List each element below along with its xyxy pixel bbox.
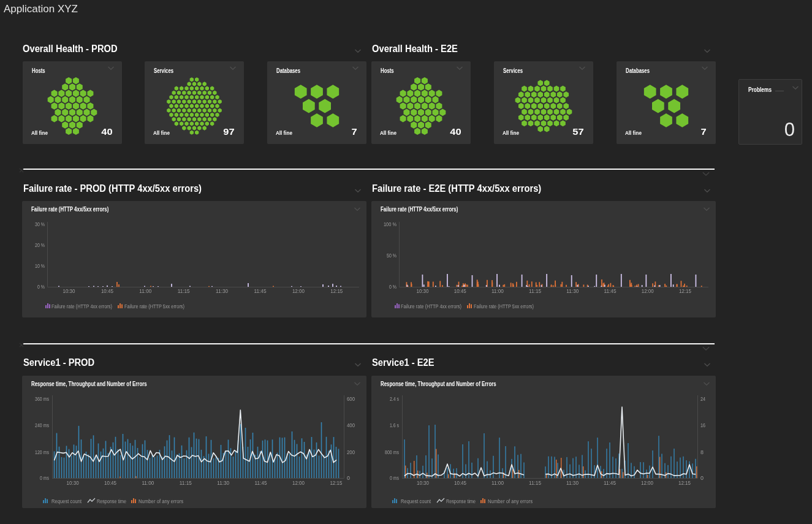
svg-text:360 ms: 360 ms	[35, 396, 49, 402]
svg-text:20 %: 20 %	[35, 242, 45, 248]
svg-text:11:00: 11:00	[139, 288, 151, 294]
svg-text:10:30: 10:30	[417, 288, 429, 294]
svg-text:0: 0	[347, 475, 350, 481]
svg-text:11:30: 11:30	[566, 480, 579, 486]
svg-text:16: 16	[700, 422, 705, 428]
svg-text:11:15: 11:15	[180, 480, 192, 486]
svg-text:Failure rate (HTTP 5xx errors): Failure rate (HTTP 5xx errors)	[474, 303, 534, 309]
svg-text:11:15: 11:15	[178, 288, 190, 294]
svg-text:600: 600	[347, 396, 355, 402]
svg-text:240 ms: 240 ms	[35, 422, 49, 428]
svg-text:11:45: 11:45	[254, 288, 267, 294]
svg-text:24: 24	[700, 396, 705, 402]
svg-text:120 ms: 120 ms	[35, 449, 49, 455]
svg-text:800 ms: 800 ms	[385, 449, 399, 455]
svg-text:12:15: 12:15	[679, 288, 691, 294]
svg-text:200: 200	[347, 449, 355, 455]
svg-text:Failure rate (HTTP 4xx errors): Failure rate (HTTP 4xx errors)	[401, 303, 461, 309]
svg-text:11:30: 11:30	[217, 480, 229, 486]
svg-text:11:15: 11:15	[529, 288, 541, 294]
svg-text:Number of any errors: Number of any errors	[488, 498, 533, 504]
svg-text:Failure rate (HTTP 5xx errors): Failure rate (HTTP 5xx errors)	[124, 303, 184, 309]
svg-text:11:30: 11:30	[216, 288, 228, 294]
svg-text:10:45: 10:45	[454, 288, 466, 294]
svg-text:11:45: 11:45	[255, 480, 267, 486]
svg-text:11:15: 11:15	[529, 480, 541, 486]
svg-text:0 %: 0 %	[37, 284, 45, 290]
svg-text:100 %: 100 %	[384, 221, 397, 227]
svg-text:Request count: Request count	[51, 498, 82, 504]
svg-text:Failure rate (HTTP 4xx errors): Failure rate (HTTP 4xx errors)	[51, 303, 112, 309]
svg-text:50 %: 50 %	[387, 253, 397, 259]
svg-text:8: 8	[700, 449, 704, 455]
svg-text:Response time: Response time	[446, 498, 476, 504]
svg-text:12:15: 12:15	[330, 288, 343, 294]
svg-text:11:30: 11:30	[566, 288, 579, 294]
svg-text:0 ms: 0 ms	[40, 475, 49, 481]
svg-text:10:45: 10:45	[104, 480, 116, 486]
svg-text:10:30: 10:30	[63, 288, 75, 294]
svg-text:10:30: 10:30	[67, 480, 79, 486]
svg-text:0: 0	[700, 475, 704, 481]
svg-text:12:00: 12:00	[292, 288, 305, 294]
svg-text:12:15: 12:15	[678, 480, 691, 486]
svg-text:12:00: 12:00	[292, 480, 305, 486]
svg-text:Response time: Response time	[97, 498, 126, 504]
svg-text:10:45: 10:45	[101, 288, 113, 294]
svg-text:0 %: 0 %	[389, 284, 397, 290]
svg-text:11:00: 11:00	[491, 288, 504, 294]
svg-text:12:15: 12:15	[330, 480, 342, 486]
svg-text:10:30: 10:30	[417, 480, 429, 486]
svg-text:11:00: 11:00	[491, 480, 504, 486]
svg-text:Number of any errors: Number of any errors	[138, 498, 183, 504]
svg-text:12:00: 12:00	[642, 288, 654, 294]
svg-text:400: 400	[347, 422, 355, 428]
svg-text:11:00: 11:00	[142, 480, 154, 486]
svg-text:1.6 s: 1.6 s	[390, 422, 399, 428]
svg-text:11:45: 11:45	[604, 288, 617, 294]
svg-text:10 %: 10 %	[35, 263, 45, 269]
svg-text:12:00: 12:00	[641, 480, 653, 486]
svg-text:10:45: 10:45	[454, 480, 466, 486]
svg-text:30 %: 30 %	[35, 221, 45, 227]
svg-text:0 ms: 0 ms	[390, 475, 399, 481]
svg-text:Request count: Request count	[401, 498, 431, 504]
svg-text:11:45: 11:45	[604, 480, 616, 486]
svg-text:2.4 s: 2.4 s	[390, 396, 399, 402]
